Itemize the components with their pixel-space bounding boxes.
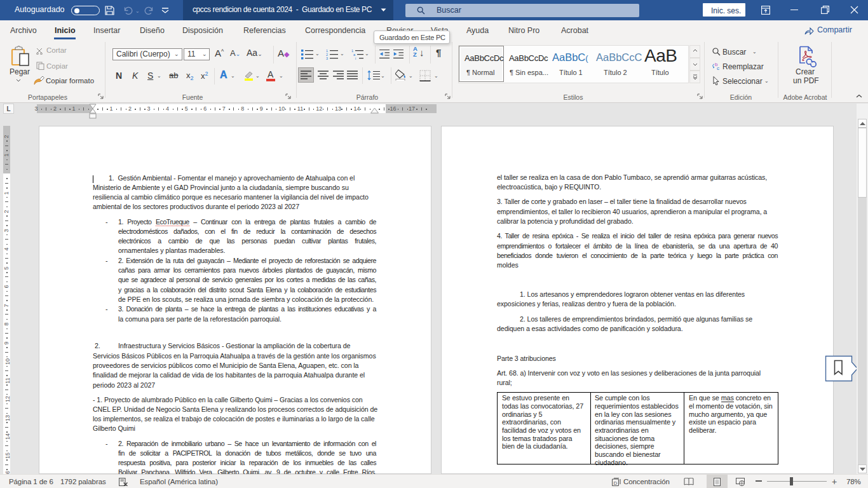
svg-text:3: 3 bbox=[326, 57, 328, 60]
svg-text:D: D bbox=[613, 480, 617, 486]
svg-text:c: c bbox=[717, 65, 719, 71]
svg-text:i: i bbox=[355, 57, 356, 60]
